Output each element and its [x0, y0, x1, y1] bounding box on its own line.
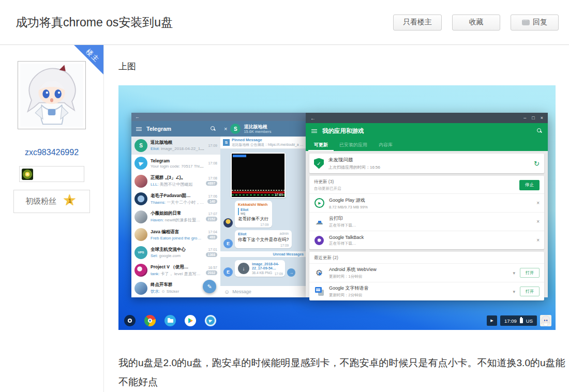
message-bubble[interactable]: Kekkaishi Wanh Eliot wq 老哥好像不大行 17:09	[235, 201, 272, 228]
file-message[interactable]: ↓ image_2018-04-22_17-09-54… 36.4 KB PNG…	[235, 260, 285, 277]
cloud-print-icon: ☁	[314, 217, 324, 227]
share-icon[interactable]: →	[287, 268, 295, 277]
badge-box[interactable]	[19, 166, 84, 182]
unread-divider: Unread Messages	[220, 251, 306, 257]
launcher-icon[interactable]	[124, 315, 136, 326]
tray-avatar-image	[540, 315, 551, 326]
system-tray[interactable]: 17:09 US	[500, 315, 537, 326]
tray-avatar[interactable]	[540, 315, 551, 326]
telegram-plane-icon	[139, 161, 144, 166]
chat-list-item[interactable]: Telegram Your login code: 70517 This cod…	[131, 155, 220, 173]
chat-list-item[interactable]: 小薇姐姐的日常 Haven: newifi的漫多拉盟… 17:072152	[131, 208, 220, 226]
files-icon[interactable]	[164, 315, 176, 326]
sender-avatar[interactable]: E	[223, 239, 233, 248]
message-row: E ↓ image_2018-04-22_17-09-54… 36.4 KB P…	[223, 260, 303, 277]
cancel-download-icon[interactable]: ×	[536, 200, 540, 206]
minimize-icon[interactable]: –	[523, 115, 526, 120]
close-icon[interactable]: ×	[541, 115, 543, 120]
fan-level-box[interactable]: 初级粉丝 ★ 1	[13, 190, 90, 213]
chat-title: 逗比版地根	[244, 124, 271, 129]
tab-updates[interactable]: 可更新	[308, 139, 334, 151]
sender-avatar[interactable]	[223, 218, 233, 228]
app-row[interactable]: ⚙ Android 系统 WebView 更新时间：1分钟前 ▾ 打开	[309, 263, 544, 282]
chat-list-item[interactable]: VPS 全球主机交流中心 Set: google.com 17:011368	[131, 244, 220, 262]
chat-avatar	[134, 210, 147, 223]
channel-avatar: S	[230, 124, 241, 134]
app-row[interactable]: ▶ Google Play 游戏 8.72 MB/9.73 MB 99% ×	[309, 193, 544, 212]
chat-avatar	[134, 157, 147, 170]
emoji-icon[interactable]: ☺	[224, 289, 230, 295]
telegram-icon[interactable]	[205, 315, 216, 326]
chat-list-item[interactable]: 老毛子Padavan固… Thaens: 一天十二个小时，… 17:06140	[131, 190, 220, 208]
chat-list-item[interactable]: Project V （使用… tank: 卡了， level 是直写… 16:5…	[131, 262, 220, 280]
chat-members: 15.6K members	[244, 129, 271, 134]
tab-installed[interactable]: 已安装的应用	[334, 139, 373, 151]
thread-actions: 只看楼主 收藏 回复	[393, 14, 559, 31]
chevron-down-icon[interactable]: ▾	[513, 270, 515, 276]
playstore-tabs: 可更新 已安装的应用 内容库	[306, 139, 548, 151]
stop-button[interactable]: 停止	[519, 180, 540, 190]
admin-label: admin	[280, 232, 289, 235]
message-bubble[interactable]: Eliot admin 你看下这个文件是存在吗? 17:09	[235, 230, 292, 248]
search-icon[interactable]	[537, 128, 542, 133]
chat-list-item[interactable]: 正规群 „(3」∠)„ LLL: 美国不让中国崛起 17:084897	[131, 172, 220, 190]
reply-quote[interactable]: Eliot wq	[238, 208, 269, 215]
scan-status-card: ✓ 未发现问题 上次扫描应用的时间：16:56 ↻	[309, 154, 544, 173]
message-input[interactable]: ☺ Message	[220, 286, 306, 297]
shield-check-icon: ✓	[314, 158, 324, 169]
sender-avatar[interactable]: E	[223, 267, 233, 277]
menu-icon[interactable]	[311, 129, 317, 133]
chat-avatar	[134, 282, 147, 295]
tab-library[interactable]: 内容库	[373, 139, 398, 151]
playstore-icon[interactable]	[185, 315, 196, 326]
username-link[interactable]: zxc983426992	[0, 148, 103, 157]
search-icon[interactable]	[211, 126, 216, 131]
compose-button[interactable]: ✎	[203, 280, 216, 293]
pencil-icon: ✎	[207, 283, 212, 290]
refresh-icon[interactable]: ↻	[534, 160, 540, 168]
telegram-app-title: Telegram	[146, 126, 206, 132]
cancel-download-icon[interactable]: ×	[536, 237, 540, 243]
open-button[interactable]: 打开	[520, 287, 540, 296]
thread-header: 成功将真chrome os安装到u盘 只看楼主 收藏 回复	[0, 0, 569, 45]
playstore-tray-icon[interactable]: ▶	[487, 315, 497, 326]
back-icon[interactable]: ←	[310, 115, 316, 121]
only-op-button[interactable]: 只看楼主	[393, 14, 442, 31]
chrome-icon[interactable]	[144, 315, 156, 326]
talkback-icon	[314, 235, 324, 246]
close-chat-icon[interactable]: ×	[224, 126, 227, 132]
back-icon[interactable]: ←	[135, 114, 140, 119]
playstore-appbar: 我的应用和游戏	[306, 123, 548, 139]
menu-icon[interactable]	[136, 127, 142, 131]
reply-button[interactable]: 回复	[511, 14, 559, 31]
image-message[interactable]: 17:09	[231, 153, 286, 198]
chat-list-item[interactable]: Java 编程语言 Freb Eaton joined the gro… 17:…	[131, 226, 220, 244]
playstore-titlebar: ← – □ ×	[306, 113, 548, 123]
post-image-chromeos-screenshot[interactable]: ← Telegram × S 逗比版地根 15.6K members	[118, 85, 556, 330]
app-row[interactable]: Google TalkBack 正在等待下载… ×	[309, 231, 544, 249]
chat-list-item[interactable]: S 逗比版地根 Eliot: image_2018-04-22_17-09-5……	[131, 137, 220, 155]
app-row[interactable]: ☁ 云打印 正在等待下载… ×	[309, 212, 544, 231]
playstore-title: 我的应用和游戏	[322, 127, 532, 135]
download-icon[interactable]: ↓	[238, 263, 249, 274]
chevron-down-icon[interactable]: ▾	[513, 289, 515, 294]
chromeos-shelf	[124, 315, 216, 326]
message-row: E Eliot admin 你看下这个文件是存在吗? 17:09	[223, 230, 303, 248]
unread-badge: 140	[207, 199, 217, 204]
telegram-chat-pane: S Pinned Message 逗比版地根 公告频道：https://t.me…	[220, 137, 306, 297]
battery-icon	[520, 318, 523, 323]
unread-badge: 1368	[206, 252, 217, 257]
chat-avatar: VPS	[134, 246, 147, 259]
pinned-message-bar[interactable]: S Pinned Message 逗比版地根 公告频道：https://t.me…	[220, 137, 306, 149]
app-row[interactable]: Google 文字转语音 更新时间：2分钟前 ▾ 打开	[309, 282, 544, 300]
favorite-button[interactable]: 收藏	[452, 14, 500, 31]
maximize-icon[interactable]: □	[532, 115, 534, 120]
terminal-screenshot-thumbnail: 17:09	[232, 154, 284, 197]
author-sidebar: 楼主 zxc983426992	[0, 45, 104, 392]
webview-gear-icon: ⚙	[314, 268, 324, 278]
open-button[interactable]: 打开	[520, 268, 540, 278]
cancel-download-icon[interactable]: ×	[536, 219, 540, 224]
chat-avatar: S	[134, 139, 147, 152]
playstore-window: ← – □ × 我的应用和游戏 可更新 已安装的应用 内容库	[306, 113, 548, 297]
input-method-label: US	[526, 318, 533, 324]
